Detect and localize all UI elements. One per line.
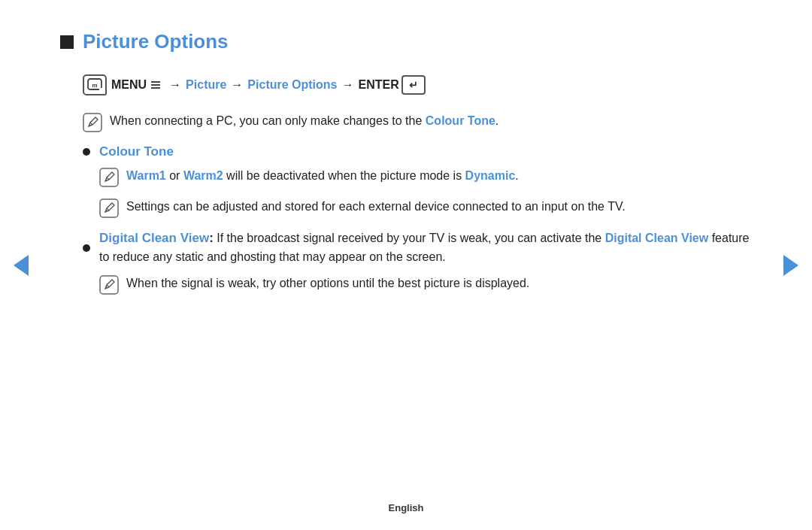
bullet1-dot xyxy=(83,148,90,156)
footer-lang: English xyxy=(389,502,424,513)
arrow2: → xyxy=(231,78,243,92)
bullet2-subnote-icon xyxy=(99,275,119,295)
note1-row: When connecting a PC, you can only make … xyxy=(83,112,752,132)
bullet2-subnote-text: When the signal is weak, try other optio… xyxy=(126,274,529,293)
bullet1-subnote1-row: Warm1 or Warm2 will be deactivated when … xyxy=(99,167,752,187)
bullet1-content: Warm1 or Warm2 will be deactivated when … xyxy=(99,167,752,218)
right-arrow-icon xyxy=(783,255,798,276)
bullet1-title-row: Colour Tone xyxy=(83,144,752,159)
bullet1-subnote2-row: Settings can be adjusted and stored for … xyxy=(99,198,752,218)
svg-rect-7 xyxy=(100,199,118,217)
svg-text:m: m xyxy=(92,82,97,89)
page-container: Picture Options m MENU → Picture → Pictu… xyxy=(0,0,812,530)
bullet1-subnote1-text: Warm1 or Warm2 will be deactivated when … xyxy=(126,167,519,186)
menu-label: MENU xyxy=(111,78,147,92)
menu-bars-icon xyxy=(150,79,162,91)
bullet1-section: Colour Tone Warm1 or Warm2 will be deact… xyxy=(83,144,752,218)
svg-rect-6 xyxy=(100,168,118,186)
bullet2-content: When the signal is weak, try other optio… xyxy=(99,274,752,295)
svg-rect-2 xyxy=(151,81,160,83)
left-arrow-icon xyxy=(14,255,29,276)
svg-rect-5 xyxy=(83,114,102,132)
menu-picture-options: Picture Options xyxy=(247,78,337,92)
arrow1: → xyxy=(169,78,181,92)
svg-rect-4 xyxy=(151,87,160,89)
bullet1-subnote1-icon xyxy=(99,168,119,187)
menu-icon: m xyxy=(83,74,107,95)
enter-icon: ↵ xyxy=(401,75,426,95)
note1-icon xyxy=(83,113,102,132)
bullet2-section: Digital Clean View: If the broadcast sig… xyxy=(83,229,752,295)
menu-picture: Picture xyxy=(186,78,226,92)
bullet1-subnote2-icon xyxy=(99,198,119,218)
svg-rect-3 xyxy=(151,84,160,86)
arrow3: → xyxy=(341,78,353,92)
enter-label: ENTER ↵ xyxy=(358,75,425,95)
bullet1-title: Colour Tone xyxy=(99,144,174,159)
note1-text: When connecting a PC, you can only make … xyxy=(110,112,498,131)
bullet2-subnote-row: When the signal is weak, try other optio… xyxy=(99,274,752,295)
title-row: Picture Options xyxy=(60,30,752,53)
title-square-icon xyxy=(60,35,74,49)
bullet1-subnote2-text: Settings can be adjusted and stored for … xyxy=(126,198,626,217)
footer: English xyxy=(0,502,812,513)
menu-path-row: m MENU → Picture → Picture Options → ENT… xyxy=(83,74,752,95)
bullet2-title-row: Digital Clean View: If the broadcast sig… xyxy=(83,229,752,267)
page-title: Picture Options xyxy=(83,30,229,53)
svg-rect-8 xyxy=(100,276,118,294)
bullet2-dot xyxy=(83,244,90,252)
nav-arrow-right[interactable] xyxy=(780,255,801,276)
bullet2-title-text: Digital Clean View: If the broadcast sig… xyxy=(99,229,752,267)
nav-arrow-left[interactable] xyxy=(11,255,32,276)
